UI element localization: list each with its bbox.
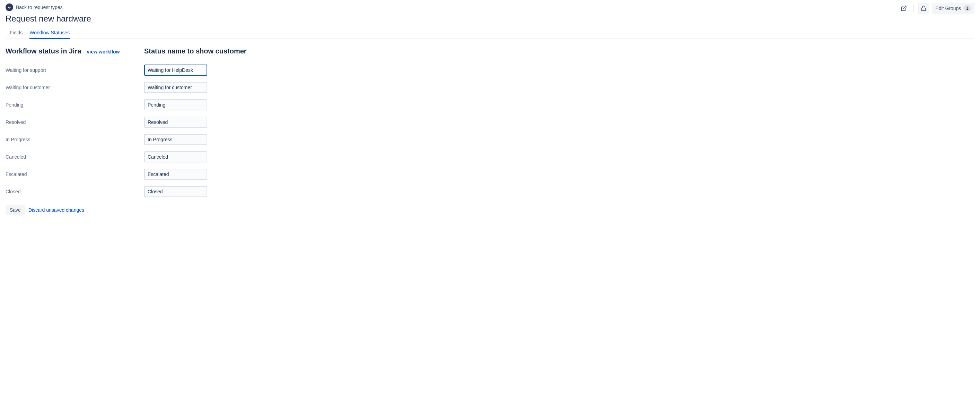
open-external-button[interactable] [898, 3, 909, 14]
status-input[interactable] [144, 99, 207, 110]
view-workflow-link[interactable]: view workflow [87, 49, 120, 54]
status-input[interactable] [144, 186, 207, 197]
status-label: Escalated [6, 166, 144, 183]
status-input[interactable] [144, 82, 207, 93]
status-label: Pending [6, 96, 144, 114]
jira-status-header-cell: Workflow status in Jira view workflow [6, 47, 144, 61]
status-input[interactable] [144, 151, 207, 162]
save-button[interactable]: Save [6, 205, 25, 215]
status-label: In Progress [6, 131, 144, 148]
divider [913, 5, 914, 12]
status-input[interactable] [144, 134, 207, 145]
status-input-cell [144, 96, 248, 114]
edit-groups-label: Edit Groups [935, 6, 961, 11]
lock-button[interactable] [918, 3, 929, 14]
status-input-cell [144, 183, 248, 200]
status-input-cell [144, 131, 248, 148]
top-actions: Edit Groups 1 [898, 3, 974, 14]
status-mapping-grid: Workflow status in Jira view workflow St… [6, 47, 974, 200]
status-input[interactable] [144, 64, 207, 76]
tabs: Fields Workflow Statuses [6, 28, 974, 39]
actions-row: Save Discard unsaved changes [6, 205, 974, 215]
status-input-cell [144, 148, 248, 166]
status-input-cell [144, 61, 248, 79]
status-label: Closed [6, 183, 144, 200]
status-label: Resolved [6, 114, 144, 131]
tab-fields[interactable]: Fields [10, 28, 22, 39]
external-link-icon [900, 5, 907, 11]
status-input-cell [144, 114, 248, 131]
svg-line-0 [904, 6, 906, 9]
edit-groups-count-badge: 1 [964, 5, 971, 11]
page-title: Request new hardware [6, 14, 91, 24]
arrow-left-circle-icon [6, 3, 13, 11]
customer-status-header: Status name to show customer [144, 47, 248, 61]
back-link[interactable]: Back to request types [6, 3, 63, 12]
edit-groups-button[interactable]: Edit Groups 1 [932, 3, 974, 14]
status-label: Waiting for support [6, 61, 144, 79]
discard-link[interactable]: Discard unsaved changes [29, 207, 84, 213]
svg-rect-1 [921, 8, 926, 11]
tab-workflow-statuses[interactable]: Workflow Statuses [29, 28, 70, 39]
status-input-cell [144, 79, 248, 96]
status-input[interactable] [144, 117, 207, 128]
jira-status-header: Workflow status in Jira [6, 47, 81, 55]
status-label: Waiting for customer [6, 79, 144, 96]
status-input-cell [144, 166, 248, 183]
back-link-label: Back to request types [16, 5, 63, 10]
lock-open-icon [920, 5, 927, 11]
status-input[interactable] [144, 169, 207, 180]
status-label: Canceled [6, 148, 144, 166]
